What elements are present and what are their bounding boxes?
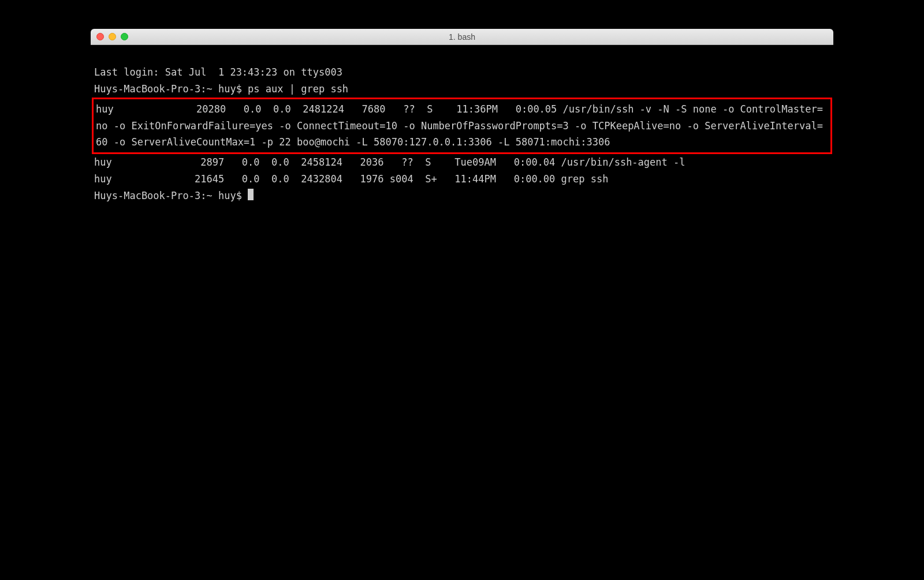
- process-row-ssh-agent: huy 2897 0.0 0.0 2458124 2036 ?? S Tue09…: [94, 154, 830, 171]
- login-message: Last login: Sat Jul 1 23:43:23 on ttys00…: [94, 64, 830, 81]
- close-icon[interactable]: [96, 33, 104, 40]
- maximize-icon[interactable]: [121, 33, 128, 40]
- highlighted-process: huy 20280 0.0 0.0 2481224 7680 ?? S 11:3…: [92, 98, 832, 155]
- traffic-lights: [96, 33, 128, 40]
- terminal-body[interactable]: Last login: Sat Jul 1 23:43:23 on ttys00…: [91, 45, 833, 507]
- command-prompt: Huys-MacBook-Pro-3:~ huy$ ps aux | grep …: [94, 81, 830, 98]
- window-title: 1. bash: [449, 32, 475, 42]
- active-prompt: Huys-MacBook-Pro-3:~ huy$: [94, 188, 830, 204]
- process-row-grep: huy 21645 0.0 0.0 2432804 1976 s004 S+ 1…: [94, 171, 830, 188]
- title-bar[interactable]: 1. bash: [91, 29, 833, 45]
- terminal-window: 1. bash Last login: Sat Jul 1 23:43:23 o…: [91, 29, 833, 507]
- process-row-ssh: huy 20280 0.0 0.0 2481224 7680 ?? S 11:3…: [96, 103, 823, 148]
- prompt-text: Huys-MacBook-Pro-3:~ huy$: [94, 190, 248, 201]
- cursor-icon: [248, 189, 254, 200]
- minimize-icon[interactable]: [109, 33, 116, 40]
